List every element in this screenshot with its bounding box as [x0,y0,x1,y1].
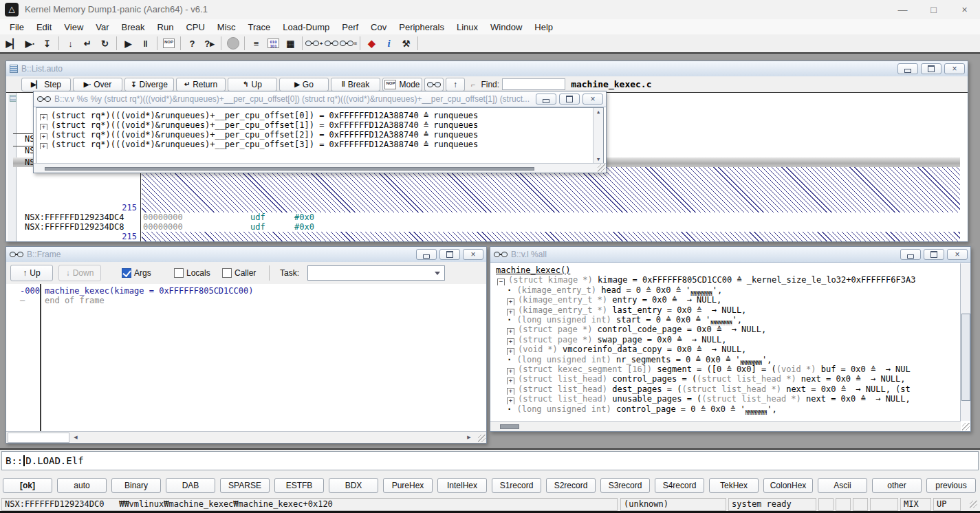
frame-window-titlebar[interactable]: B::Frame [6,247,486,263]
variable-line[interactable]: +(struct page *) swap_page = 0x0 ≙ → NUL… [490,335,960,345]
variable-line[interactable]: +(void *) vmcoreinfo_data_copy = 0x0 ≙ →… [490,345,960,355]
menu-help[interactable]: Help [528,22,559,32]
scroll-right-icon[interactable]: ▶ [464,433,474,441]
menu-load-dump[interactable]: Load-Dump [276,22,336,32]
break-button[interactable]: ‖Break [331,78,380,91]
menu-edit[interactable]: Edit [30,22,58,32]
go-down-icon[interactable]: ↓ [62,36,79,51]
softkey-bdx[interactable]: BDX [329,478,378,493]
popup-minimize-button[interactable] [536,94,556,105]
memory-dump-icon[interactable]: 010101 [265,36,282,51]
frame-maximize-button[interactable] [439,249,460,260]
var-popup-line[interactable]: +(struct rq*)(((void*)&runqueues)+__per_… [40,120,591,130]
menu-run[interactable]: Run [151,22,180,32]
go-up-icon[interactable]: ↻ [96,36,113,51]
menu-perf[interactable]: Perf [336,22,364,32]
menu-linux[interactable]: Linux [450,22,484,32]
menu-break[interactable]: Break [116,22,151,32]
popup-vertical-scrollbar[interactable]: ▲ ▼ [593,108,603,164]
checkbox-locals[interactable] [174,268,184,278]
popup-horizontal-scrollbar[interactable] [34,163,606,173]
frame-line[interactable]: end of frame [45,296,105,305]
go-return-icon[interactable]: ↵ [79,36,96,51]
frame-horizontal-scrollbar[interactable]: ◀ ▶ [6,431,486,443]
variable-line[interactable]: +(kimage_entry_t *) entry = 0x0 ≙ → NULL… [490,295,960,305]
expand-box-icon[interactable]: + [40,133,47,140]
variable-line[interactable]: +(struct list_head) dest_pages = ((struc… [490,384,960,395]
softkey-ascii[interactable]: Ascii [818,478,867,493]
softkey-auto[interactable]: auto [57,478,107,493]
softkey-previous[interactable]: previous [926,478,976,493]
variable-line[interactable]: · (long unsigned int) nr_segments = 0 ≙ … [490,355,960,365]
vl-window-titlebar[interactable]: B::v.l %all [490,247,970,263]
menu-misc[interactable]: Misc [211,22,242,32]
go-icon[interactable]: ▶ [120,36,137,51]
step-over-button[interactable]: ▶∙Over [73,78,122,91]
info-icon[interactable]: i [380,36,398,51]
view-watch-icon[interactable] [323,36,340,51]
step-diverge-icon[interactable]: ↧ [39,36,56,51]
softkey-binary[interactable]: Binary [111,478,161,493]
softkey-s2record[interactable]: S2record [546,478,596,493]
app-maximize-button[interactable]: □ [918,0,949,19]
stop-icon[interactable] [224,36,241,51]
vl-close-button[interactable]: × [947,249,968,260]
variable-line[interactable]: +(struct page *) control_code_page = 0x0… [490,325,960,335]
frame-close-button[interactable]: × [463,249,483,260]
vl-minimize-button[interactable] [900,249,921,260]
softkey-tekhex[interactable]: TekHex [709,478,759,493]
menu-cov[interactable]: Cov [364,22,393,32]
frame-up-button[interactable]: ↑ Up [10,265,53,281]
context-help-icon[interactable]: ?▸ [201,36,218,51]
popup-maximize-button[interactable] [559,94,580,105]
softkey-ok[interactable]: [ok] [3,478,52,493]
vl-horizontal-scrollbar[interactable] [490,421,961,431]
return-button[interactable]: ↵Return [176,78,226,91]
softkey-s3record[interactable]: S3record [600,478,650,493]
softkey-s1record[interactable]: S1record [492,478,541,493]
checkbox-caller[interactable] [222,268,232,278]
variable-line[interactable]: · (kimage_entry_t) head = 0 ≙ 0x0 ≙ 'NUN… [490,285,960,296]
popup-hscrollbar-thumb[interactable] [45,167,534,171]
config-icon[interactable]: ⚒ [398,36,415,51]
list-window-titlebar[interactable]: B::List.auto [6,61,968,77]
expand-box-icon[interactable]: + [40,124,47,130]
variable-line[interactable]: · (long unsigned int) control_page = 0 ≙… [490,404,960,415]
frame-down-button[interactable]: ↓ Down [58,265,101,281]
softkey-purehex[interactable]: PureHex [383,478,433,493]
var-popup-line[interactable]: +(struct rq*)(((void*)&runqueues)+__per_… [40,140,591,149]
variable-line[interactable]: machine_kexec() [490,265,960,276]
command-input[interactable]: B::D.LOAD.Elf [1,451,979,470]
softkey-other[interactable]: other [872,478,922,493]
menu-trace[interactable]: Trace [242,22,277,32]
variable-line[interactable]: +(struct kexec_segment [16]) segment = (… [490,364,960,375]
app-minimize-button[interactable]: — [887,0,918,19]
list-close-button[interactable]: × [944,63,965,74]
mode-button[interactable]: NOPMode [382,78,422,91]
menu-cpu[interactable]: CPU [179,22,210,32]
scroll-up-icon[interactable]: ▲ [594,108,603,116]
menu-var[interactable]: Var [89,22,115,32]
frame-line[interactable]: machine_kexec(kimage = 0xFFFFFF805CD1CC0… [45,286,253,296]
single-step-icon[interactable]: ▶▏ [4,36,21,51]
var-popup-line[interactable]: +(struct rq*)(((void*)&runqueues)+__per_… [40,130,591,140]
vl-scrollbar-thumb[interactable] [961,314,970,401]
break-icon[interactable]: ‖ [137,36,154,51]
softkey-colonhex[interactable]: ColonHex [763,478,813,493]
scroll-left-icon[interactable]: ◀ [71,433,80,441]
expand-box-icon[interactable]: + [40,143,47,149]
popup-titlebar[interactable]: B::v.v %s %y (struct rq*)(((void*)&runqu… [34,91,606,107]
list-minimize-button[interactable] [897,63,918,74]
softkey-intelhex[interactable]: IntelHex [437,478,487,493]
up-button[interactable]: ↰Up [228,78,277,91]
variable-line[interactable]: · (long unsigned int) start = 0 ≙ 0x0 ≙ … [490,315,960,325]
go-button[interactable]: ▶Go [279,78,329,91]
step-over-icon[interactable]: ▶∙ [21,36,39,51]
variable-line[interactable]: +(struct list_head) control_pages = ((st… [490,374,960,384]
vl-maximize-button[interactable] [924,249,944,260]
variable-line[interactable]: −(struct kimage *) kimage = 0xFFFFFF805C… [490,275,960,285]
softkey-sparse[interactable]: SPARSE [220,478,270,493]
add-watch-icon[interactable]: + [305,36,323,51]
tools-icon[interactable]: ◆ [363,36,380,51]
softkey-estfb[interactable]: ESTFB [274,478,324,493]
